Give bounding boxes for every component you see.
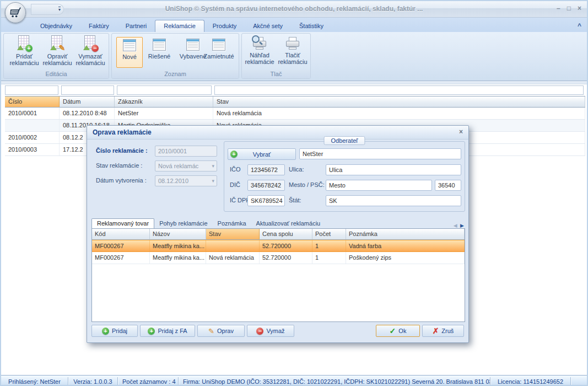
button-label: Pridať (16, 53, 33, 60)
mesto-field[interactable]: Mesto (326, 180, 432, 191)
button-label: Pridaj z FA (158, 328, 187, 334)
nahlad-reklamacie-button[interactable]: Náhľad reklamácie (243, 35, 276, 71)
column-header-poznamka[interactable]: Poznámka (346, 229, 465, 239)
ok-button[interactable]: ✓ Ok (376, 325, 420, 337)
button-label: reklamáciu (278, 58, 307, 65)
icdph-field[interactable]: SK6789524 (247, 195, 285, 206)
quick-access-toolbar[interactable]: ▾ (31, 4, 64, 15)
tab-reklamovany-tovar[interactable]: Reklamovaný tovar (91, 218, 154, 228)
quick-access-dropdown-icon[interactable]: ▾ (58, 7, 61, 12)
tab-objednavky[interactable]: Objednávky (32, 20, 80, 32)
vybrat-button[interactable]: + Vybrať (228, 148, 296, 160)
stat-field[interactable]: SK (326, 195, 461, 206)
cell-cislo: 2010/0003 (5, 144, 60, 156)
cell-stav (206, 240, 260, 251)
oprav-button[interactable]: ✎ Oprav (197, 325, 245, 337)
tab-produkty[interactable]: Produkty (204, 20, 245, 32)
tab-partneri[interactable]: Partneri (117, 20, 155, 32)
tab-scroll-right-icon[interactable]: ▶ (460, 223, 464, 228)
button-label: Oprav (217, 328, 234, 334)
tab-scroll-left-icon[interactable]: ◀ (454, 223, 457, 228)
list-icon (153, 39, 166, 51)
pridaj-button[interactable]: + Pridaj (91, 325, 138, 337)
column-header-stav[interactable]: Stav (206, 229, 260, 239)
odberatel-group-label: Odberateľ (323, 136, 365, 145)
table-row[interactable]: 2010/0001 08.12.2010 8:48 NetSter Nová r… (5, 108, 585, 120)
cell-poznamka: Vadná farba (346, 240, 465, 251)
oprava-reklamacie-dialog: Oprava reklamácie × Číslo reklamácie : 2… (87, 125, 469, 343)
maximize-button[interactable]: □ (567, 4, 571, 12)
tab-statistiky[interactable]: Štatistiky (291, 20, 332, 32)
ico-field[interactable]: 12345672 (247, 164, 285, 175)
ribbon-group-zoznam: Nové Riešené Vybavené Zamietnuté Zoznam (111, 33, 239, 79)
table-row[interactable]: MF000267 Meatfly mikina ka... Nová rekla… (92, 252, 465, 264)
button-label: Tlačiť (285, 52, 300, 58)
table-row[interactable]: MF000267 Meatfly mikina ka... 52.720000 … (92, 240, 465, 252)
column-header-zakaznik[interactable]: Zákazník (115, 96, 213, 107)
group-label-zoznam: Zoznam (112, 70, 239, 78)
app-window: UniShop © Systém na správu internetového… (0, 0, 588, 386)
list-icon (186, 39, 199, 51)
filter-riesene-button[interactable]: Riešené (144, 37, 175, 68)
close-button[interactable]: × (578, 4, 581, 12)
filter-zakaznik-input[interactable] (117, 85, 212, 95)
filter-cislo-input[interactable] (5, 85, 58, 95)
cell-datum: 08.12.2010 8:48 (60, 108, 115, 119)
minimize-button[interactable]: – (557, 4, 560, 12)
minus-icon: − (256, 328, 263, 335)
button-label: Nové (119, 53, 140, 60)
cell-kod: MF000267 (92, 252, 150, 264)
vymazat-reklamaciu-button[interactable]: − Vymazať reklamáciu (74, 35, 107, 71)
tlacit-reklamaciu-button[interactable]: Tlačiť reklamáciu (276, 35, 309, 71)
app-menu-button[interactable] (5, 2, 26, 23)
tab-aktualizovat-reklamaciu[interactable]: Aktualizovať reklamáciu (251, 219, 326, 228)
zrus-button[interactable]: ✗ Zruš (422, 325, 464, 337)
cell-cena-spolu: 52.720000 (260, 252, 312, 264)
filter-datum-input[interactable] (61, 85, 114, 95)
cell-poznamka: Poškodený zips (346, 252, 465, 264)
tab-poznamka[interactable]: Poznámka (213, 219, 251, 228)
datum-vytvorenia-value: 08.12.2010 (158, 178, 188, 184)
pridaj-z-fa-button[interactable]: + Pridaj z FA (140, 325, 195, 337)
ulica-field[interactable]: Ulica (326, 164, 461, 175)
filter-stav-input[interactable] (214, 85, 584, 95)
column-header-pocet[interactable]: Počet (312, 229, 346, 239)
tab-faktury[interactable]: Faktúry (80, 20, 117, 32)
table-add-icon: + (16, 35, 33, 52)
odberatel-name-field[interactable]: NetSter (299, 148, 461, 159)
mesto-psc-label: Mesto / PSČ: (289, 181, 325, 188)
dialog-close-icon[interactable]: × (459, 128, 463, 136)
cross-icon: ✗ (433, 326, 439, 335)
column-header-nazov[interactable]: Názov (150, 229, 206, 239)
column-header-datum[interactable]: Dátum (60, 96, 115, 107)
ribbon-collapse-icon[interactable]: ^ (578, 22, 581, 30)
pridat-reklamaciu-button[interactable]: + Pridať reklamáciu (8, 35, 41, 71)
column-header-cena-spolu[interactable]: Cena spolu (260, 229, 312, 239)
dialog-button-bar: + Pridaj + Pridaj z FA ✎ Oprav − Vymaž ✓… (91, 325, 464, 337)
pencil-icon: ✎ (208, 327, 214, 335)
ribbon: + Pridať reklamáciu ✎ Opraviť reklamáciu… (1, 32, 587, 81)
chevron-down-icon: ▾ (212, 176, 214, 186)
stat-label: Štát: (289, 197, 301, 203)
ribbon-group-editacia: + Pridať reklamáciu ✎ Opraviť reklamáciu… (3, 33, 109, 79)
cislo-reklamacie-label: Číslo reklamácie : (96, 147, 148, 154)
cell-kod: MF000267 (92, 240, 150, 251)
vymaz-button[interactable]: − Vymaž (247, 325, 294, 337)
filter-nove-button[interactable]: Nové (116, 37, 143, 68)
column-header-cislo[interactable]: Číslo (5, 96, 60, 107)
tab-akcne-sety[interactable]: Akčné sety (245, 20, 291, 32)
grid-header: Číslo Dátum Zákazník Stav (5, 96, 585, 108)
column-header-kod[interactable]: Kód (92, 229, 150, 239)
tab-pohyb-reklamacie[interactable]: Pohyb reklamácie (154, 219, 212, 228)
psc-field[interactable]: 36540 (435, 180, 461, 191)
tab-scroll-buttons: ◀ ▶ (454, 223, 464, 228)
opravit-reklamaciu-button[interactable]: ✎ Opraviť reklamáciu (41, 35, 74, 71)
column-header-stav[interactable]: Stav (213, 96, 585, 107)
tab-reklamacie[interactable]: Reklamácie (155, 20, 204, 32)
button-label: reklamáciu (75, 60, 105, 66)
button-label: reklamáciu (42, 60, 72, 66)
button-label: reklamácie (245, 58, 274, 65)
filter-zamietnute-button[interactable]: Zamietnuté (199, 37, 239, 68)
datum-vytvorenia-label: Dátum vytvorenia : (96, 177, 147, 184)
dic-field[interactable]: 345678242 (247, 180, 285, 191)
